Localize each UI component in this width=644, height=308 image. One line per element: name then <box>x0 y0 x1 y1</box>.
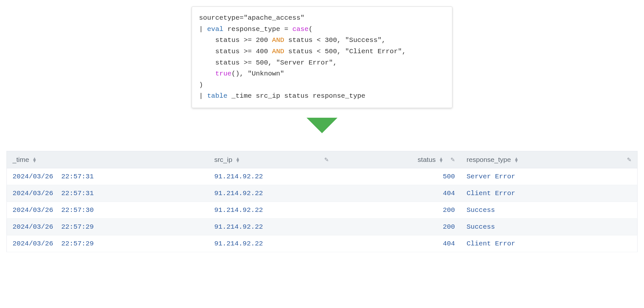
column-header-status[interactable]: status ▲▼ ✎ <box>335 151 461 168</box>
code-token: ) <box>199 81 203 89</box>
cell-status: 404 <box>335 185 461 202</box>
sort-icon[interactable]: ▲▼ <box>514 157 519 163</box>
code-token: = <box>240 14 244 22</box>
cell-src-ip: 91.214.92.22 <box>208 185 335 202</box>
code-token: (), "Unknown" <box>232 70 284 77</box>
cell-status: 200 <box>335 219 461 235</box>
code-token: "apache_access" <box>244 14 305 22</box>
column-label: response_type <box>467 156 511 164</box>
code-token-case: case <box>292 25 308 33</box>
column-label: src_ip <box>214 156 232 164</box>
cell-src-ip: 91.214.92.22 <box>208 219 335 235</box>
cell-response-type: Client Error <box>461 235 638 252</box>
code-token-table: table <box>207 92 227 100</box>
table-row[interactable]: 2024/03/26 22:57:29 91.214.92.22 404 Cli… <box>7 235 638 252</box>
column-header-src-ip[interactable]: src_ip ▲▼ ✎ <box>208 151 335 168</box>
code-token: status >= 500, "Server Error", <box>215 59 337 66</box>
code-token: status < 500, "Client Error", <box>284 48 406 55</box>
code-token-and: AND <box>272 36 284 44</box>
code-token <box>199 59 215 66</box>
code-token: response_type = <box>223 25 292 33</box>
results-table: _time ▲▼ src_ip ▲▼ ✎ status ▲▼ ✎ <box>6 151 638 252</box>
code-token <box>199 48 215 55</box>
code-token: _time src_ip status response_type <box>227 92 365 100</box>
sort-icon[interactable]: ▲▼ <box>32 157 37 163</box>
cell-src-ip: 91.214.92.22 <box>208 235 335 252</box>
table-row[interactable]: 2024/03/26 22:57:30 91.214.92.22 200 Suc… <box>7 202 638 219</box>
cell-time: 2024/03/26 22:57:30 <box>7 202 209 219</box>
code-token: status < 300, "Success", <box>284 36 386 44</box>
sort-icon[interactable]: ▲▼ <box>439 157 443 163</box>
code-token: | <box>199 25 207 33</box>
cell-status: 404 <box>335 235 461 252</box>
column-label: status <box>418 156 436 164</box>
cell-time: 2024/03/26 22:57:29 <box>7 235 209 252</box>
code-token-and: AND <box>272 48 284 55</box>
cell-response-type: Success <box>461 202 638 219</box>
code-token <box>199 70 215 77</box>
column-header-response-type[interactable]: response_type ▲▼ ✎ <box>461 151 638 168</box>
table-row[interactable]: 2024/03/26 22:57:31 91.214.92.22 404 Cli… <box>7 185 638 202</box>
code-token: status >= 400 <box>215 48 272 55</box>
column-header-time[interactable]: _time ▲▼ <box>7 151 209 168</box>
cell-time: 2024/03/26 22:57:31 <box>7 168 209 185</box>
table-row[interactable]: 2024/03/26 22:57:29 91.214.92.22 200 Suc… <box>7 219 638 235</box>
column-label: _time <box>13 156 29 164</box>
code-token <box>199 36 215 44</box>
table-row[interactable]: 2024/03/26 22:57:31 91.214.92.22 500 Ser… <box>7 168 638 185</box>
cell-time: 2024/03/26 22:57:31 <box>7 185 209 202</box>
cell-response-type: Server Error <box>461 168 638 185</box>
cell-response-type: Success <box>461 219 638 235</box>
cell-time: 2024/03/26 22:57:29 <box>7 219 209 235</box>
edit-column-icon[interactable]: ✎ <box>450 156 455 163</box>
code-token-true: true <box>215 70 231 77</box>
code-token: status >= 200 <box>215 36 272 44</box>
cell-response-type: Client Error <box>461 185 638 202</box>
code-token: sourcetype <box>199 14 240 22</box>
cell-status: 500 <box>335 168 461 185</box>
edit-column-icon[interactable]: ✎ <box>627 156 631 163</box>
cell-src-ip: 91.214.92.22 <box>208 168 335 185</box>
code-token: | <box>199 92 207 100</box>
edit-column-icon[interactable]: ✎ <box>324 156 329 163</box>
code-token-eval: eval <box>207 25 223 33</box>
arrow-down-icon <box>6 118 638 133</box>
sort-icon[interactable]: ▲▼ <box>235 157 240 163</box>
code-token: ( <box>308 25 313 33</box>
cell-src-ip: 91.214.92.22 <box>208 202 335 219</box>
search-query-box[interactable]: sourcetype="apache_access" | eval respon… <box>192 6 452 108</box>
cell-status: 200 <box>335 202 461 219</box>
